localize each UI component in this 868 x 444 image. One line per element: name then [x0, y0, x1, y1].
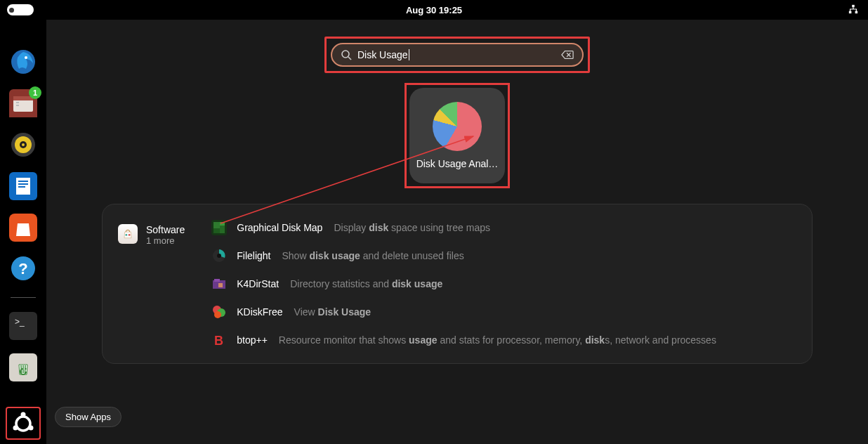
dock-item-software[interactable] — [8, 213, 39, 242]
k4dirstat-icon — [211, 276, 227, 292]
shopping-bag-icon — [118, 224, 138, 244]
app-result-disk-usage-analyzer[interactable]: Disk Usage Anal… — [409, 88, 505, 183]
svg-point-42 — [214, 311, 221, 318]
software-subheading: 1 more — [146, 235, 185, 246]
svg-point-29 — [125, 234, 127, 236]
top-bar: Aug 30 19:25 — [0, 0, 868, 20]
svg-rect-14 — [18, 181, 28, 182]
software-row-name: Filelight — [237, 250, 270, 261]
software-results-panel: Software 1 more Graphical Disk Map Displ… — [102, 204, 813, 364]
network-indicator[interactable] — [848, 4, 858, 16]
activities-overview: Disk Usage Disk Usage Anal… Software 1 m… — [46, 20, 868, 444]
search-icon — [341, 49, 352, 60]
dock-item-writer[interactable] — [8, 171, 39, 200]
filelight-icon — [211, 248, 227, 263]
btop-icon: B — [211, 332, 227, 348]
svg-point-12 — [22, 143, 25, 146]
svg-line-25 — [348, 57, 351, 60]
software-row-desc: Resource monitor that shows usage and st… — [279, 334, 716, 346]
svg-rect-38 — [214, 279, 220, 282]
software-row-name: Graphical Disk Map — [237, 222, 322, 233]
svg-text:?: ? — [18, 260, 27, 278]
svg-point-36 — [217, 254, 221, 258]
clock[interactable]: Aug 30 19:25 — [406, 5, 462, 15]
software-section-header[interactable]: Software 1 more — [118, 220, 185, 348]
svg-rect-8 — [16, 105, 19, 106]
svg-point-21 — [21, 412, 26, 417]
svg-point-22 — [29, 425, 34, 430]
writer-icon — [9, 172, 37, 200]
dock-item-rhythmbox[interactable] — [8, 131, 39, 159]
dock-item-files[interactable]: 1 — [8, 89, 39, 118]
clear-search-icon[interactable] — [561, 50, 574, 60]
gdmap-icon — [211, 220, 227, 235]
software-row-desc: View Disk Usage — [294, 306, 371, 318]
software-row-name: btop++ — [237, 334, 268, 346]
svg-rect-0 — [852, 4, 855, 7]
svg-point-30 — [129, 234, 131, 236]
software-row-desc: Show disk usage and delete unused files — [282, 250, 464, 261]
svg-rect-16 — [18, 186, 25, 188]
svg-rect-33 — [220, 226, 225, 233]
software-row-desc: Directory statistics and disk usage — [290, 278, 442, 289]
kdiskfree-icon — [211, 304, 227, 320]
svg-point-20 — [16, 417, 30, 431]
svg-rect-39 — [218, 283, 223, 287]
dock: 1 ? >_ — [0, 20, 46, 444]
dock-divider — [11, 297, 36, 298]
pie-chart-icon — [433, 102, 482, 151]
dock-item-trash[interactable] — [8, 353, 39, 382]
thunderbird-icon — [9, 48, 37, 76]
search-highlight-box: Disk Usage — [324, 37, 590, 73]
software-row-desc: Display disk space using tree maps — [334, 222, 490, 233]
software-row-name: K4DirStat — [237, 278, 279, 289]
software-heading: Software — [146, 224, 185, 235]
svg-rect-7 — [16, 102, 19, 103]
search-input[interactable]: Disk Usage — [331, 43, 584, 67]
terminal-icon: >_ — [9, 312, 37, 340]
svg-rect-1 — [849, 11, 852, 13]
svg-point-24 — [342, 51, 349, 58]
show-apps-tooltip: Show Apps — [55, 407, 121, 427]
dock-item-thunderbird[interactable] — [8, 48, 39, 77]
svg-rect-34 — [213, 228, 220, 233]
svg-point-23 — [13, 425, 18, 430]
software-row-gdmap[interactable]: Graphical Disk Map Display disk space us… — [211, 220, 796, 235]
shopping-bag-icon — [9, 214, 37, 242]
trash-icon — [9, 353, 37, 381]
svg-point-4 — [25, 56, 27, 59]
search-query-text: Disk Usage — [357, 49, 555, 60]
svg-rect-15 — [18, 183, 28, 185]
activities-indicator[interactable] — [7, 4, 34, 15]
software-row-name: KDiskFree — [237, 306, 282, 318]
software-row-filelight[interactable]: Filelight Show disk usage and delete unu… — [211, 248, 796, 263]
svg-rect-32 — [220, 222, 225, 226]
svg-text:B: B — [214, 334, 223, 348]
help-icon: ? — [9, 254, 37, 282]
software-row-k4dirstat[interactable]: K4DirStat Directory statistics and disk … — [211, 276, 796, 292]
ubuntu-icon — [9, 410, 37, 438]
software-row-kdiskfree[interactable]: KDiskFree View Disk Usage — [211, 304, 796, 320]
svg-rect-31 — [213, 222, 220, 228]
files-badge: 1 — [29, 86, 41, 99]
dock-item-terminal[interactable]: >_ — [8, 312, 39, 341]
app-result-label: Disk Usage Anal… — [416, 158, 499, 169]
music-icon — [9, 131, 37, 159]
svg-rect-2 — [855, 11, 858, 13]
result-highlight-box: Disk Usage Anal… — [405, 83, 510, 188]
dock-item-help[interactable]: ? — [8, 254, 39, 283]
show-applications-button[interactable] — [6, 407, 41, 440]
svg-text:>_: >_ — [15, 317, 25, 327]
software-row-btop[interactable]: B btop++ Resource monitor that shows usa… — [211, 332, 796, 348]
